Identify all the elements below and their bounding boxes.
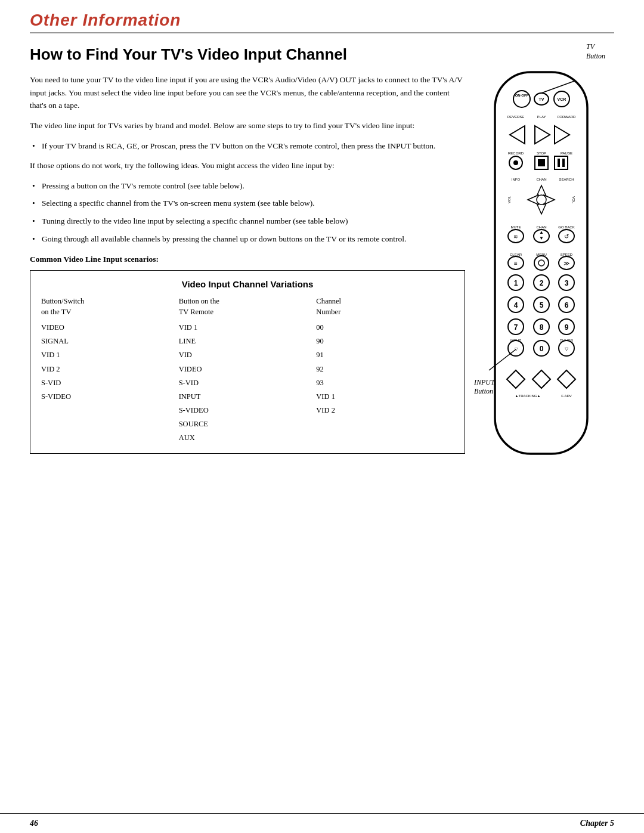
svg-text:CHAN: CHAN xyxy=(536,178,546,181)
video-input-table: Video Input Channel Variations Button/Sw… xyxy=(30,270,465,454)
svg-text:9: 9 xyxy=(565,323,569,332)
body-paragraph-1: You need to tune your TV to the video li… xyxy=(30,73,465,112)
table-col-3: ChannelNumber 0090919293VID 1VID 2 xyxy=(316,296,454,445)
col1-data: VIDEOSIGNALVID 1VID 2S-VIDS-VIDEO xyxy=(41,321,179,404)
svg-text:▲TRACKING▲: ▲TRACKING▲ xyxy=(515,394,541,398)
main-content: How to Find Your TV's Video Input Channe… xyxy=(0,33,644,474)
bullet-item-3: Tuning directly to the video line input … xyxy=(30,215,465,228)
svg-text:7: 7 xyxy=(514,323,518,332)
tv-button-label: TV Button xyxy=(586,42,605,61)
svg-text:VCR: VCR xyxy=(558,97,566,101)
svg-text:5: 5 xyxy=(540,301,544,309)
svg-text:↺: ↺ xyxy=(564,233,569,240)
svg-text:CHAN: CHAN xyxy=(536,225,546,229)
svg-text:8: 8 xyxy=(540,323,544,332)
svg-rect-22 xyxy=(558,159,560,167)
svg-text:2: 2 xyxy=(540,279,544,287)
bullet-item: If your TV brand is RCA, GE, or Proscan,… xyxy=(30,140,465,153)
svg-text:FORWARD: FORWARD xyxy=(558,115,576,119)
svg-text:RECORD: RECORD xyxy=(508,151,524,155)
svg-point-31 xyxy=(537,195,546,205)
col3-data: 0090919293VID 1VID 2 xyxy=(316,321,454,417)
right-column: TV Button ON·OFF TV VCR REVERSE xyxy=(477,33,614,474)
col1-header: Button/Switchon the TV xyxy=(41,296,179,317)
bullet-item-4: Going through all available channels by … xyxy=(30,233,465,246)
svg-text:≡: ≡ xyxy=(514,260,518,267)
svg-text:F·ADV: F·ADV xyxy=(561,394,572,398)
footer-chapter-label: Chapter 5 xyxy=(580,819,614,828)
input-button-label: INPUTButton xyxy=(474,378,495,397)
table-col-1: Button/Switchon the TV VIDEOSIGNALVID 1V… xyxy=(41,296,179,445)
svg-text:REVERSE: REVERSE xyxy=(507,115,525,119)
bullet-list-2: Pressing a button on the TV's remote con… xyxy=(30,179,465,245)
svg-text:PAUSE: PAUSE xyxy=(561,151,572,155)
page-title: How to Find Your TV's Video Input Channe… xyxy=(30,45,465,64)
common-label: Common Video Line Input scenarios: xyxy=(30,255,465,264)
body-paragraph-2: The video line input for TVs varies by b… xyxy=(30,119,465,132)
col2-header: Button on theTV Remote xyxy=(179,296,317,317)
col3-header: ChannelNumber xyxy=(316,296,454,317)
page-header: Other Information xyxy=(0,0,644,33)
svg-point-50 xyxy=(538,260,544,266)
bullet-item-2: Selecting a specific channel from the TV… xyxy=(30,197,465,210)
svg-text:SEARCH: SEARCH xyxy=(559,178,574,181)
svg-text:GO BACK: GO BACK xyxy=(558,225,574,229)
section-title: Other Information xyxy=(30,11,614,33)
svg-text:4: 4 xyxy=(514,301,518,309)
svg-text:INFO: INFO xyxy=(512,178,521,181)
svg-text:▲: ▲ xyxy=(539,230,544,235)
bullet-list-1: If your TV brand is RCA, GE, or Proscan,… xyxy=(30,140,465,153)
svg-text:0: 0 xyxy=(540,345,544,353)
table-columns: Button/Switchon the TV VIDEOSIGNALVID 1V… xyxy=(41,296,454,445)
svg-text:≋: ≋ xyxy=(513,234,518,240)
svg-text:3: 3 xyxy=(565,279,569,287)
svg-text:TV: TV xyxy=(539,97,544,101)
svg-text:VOL: VOL xyxy=(572,196,575,204)
svg-text:MUTE: MUTE xyxy=(511,225,521,229)
svg-text:1: 1 xyxy=(514,279,518,287)
remote-control-svg: ON·OFF TV VCR REVERSE PLAY FORWARD xyxy=(477,66,605,472)
svg-text:ON·OFF: ON·OFF xyxy=(515,94,529,97)
svg-point-18 xyxy=(513,160,518,165)
svg-text:▽: ▽ xyxy=(565,346,569,352)
svg-text:PLAY: PLAY xyxy=(537,115,546,119)
svg-rect-23 xyxy=(562,159,565,167)
svg-text:6: 6 xyxy=(565,301,569,309)
svg-rect-21 xyxy=(555,156,568,169)
svg-rect-20 xyxy=(538,159,545,166)
svg-text:VOL: VOL xyxy=(507,196,511,203)
left-column: How to Find Your TV's Video Input Channe… xyxy=(30,33,465,474)
table-title: Video Input Channel Variations xyxy=(41,279,454,289)
bullet-item-1: Pressing a button on the TV's remote con… xyxy=(30,179,465,193)
svg-text:▼: ▼ xyxy=(539,236,544,241)
svg-text:≫: ≫ xyxy=(564,260,569,267)
page-footer: 46 Chapter 5 xyxy=(0,813,644,833)
footer-page-number: 46 xyxy=(30,819,38,828)
body-paragraph-3: If those options do not work, try the fo… xyxy=(30,159,465,172)
col2-data: VID 1LINEVIDVIDEOS-VIDINPUTS-VIDEOSOURCE… xyxy=(179,321,317,445)
table-col-2: Button on theTV Remote VID 1LINEVIDVIDEO… xyxy=(179,296,317,445)
svg-text:STOP: STOP xyxy=(537,151,546,155)
